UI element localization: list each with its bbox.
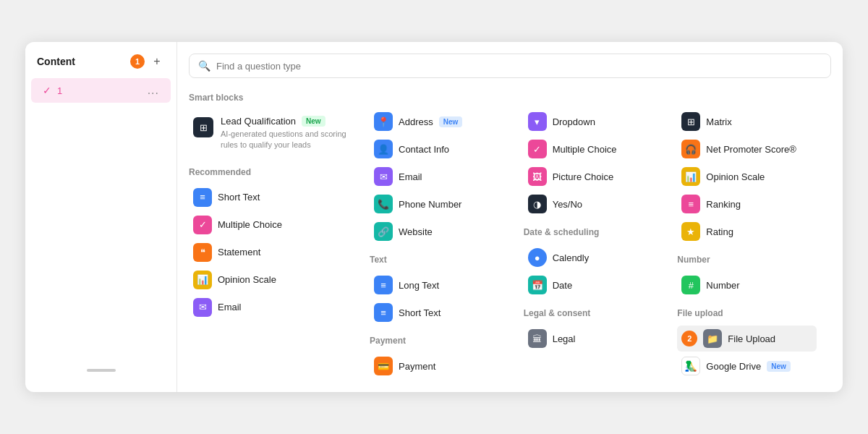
rec-statement[interactable]: ❝ Statement [189,239,355,265]
ranking-item[interactable]: ≡ Ranking [677,191,817,217]
dropdown-icon: ▾ [528,112,547,131]
opinion-scale-item[interactable]: 📊 Opinion Scale [677,163,817,190]
short-text-label: Short Text [399,307,441,318]
item-number: 1 [57,85,62,96]
rating-item[interactable]: ★ Rating [677,218,817,244]
picture-choice-item[interactable]: 🖼 Picture Choice [524,163,663,190]
opinion-scale-icon2: 📊 [681,167,700,186]
phone-label: Phone Number [399,199,461,210]
short-text-icon2: ≡ [374,303,393,322]
contact-info-icon: 👤 [374,140,393,158]
file-upload-section-title: File upload [677,308,817,318]
item-dots[interactable]: ... [148,84,159,97]
number-label: Number [706,280,739,291]
yes-no-item[interactable]: ◑ Yes/No [524,191,663,217]
file-upload-item[interactable]: 2 📁 File Upload [677,326,817,352]
website-item[interactable]: 🔗 Website [370,218,509,244]
statement-icon: ❝ [193,243,212,262]
file-upload-label: File Upload [728,333,775,344]
payment-icon: 💳 [374,357,393,375]
opinion-scale-icon: 📊 [193,271,212,289]
lead-qual-title-row: Lead Qualification New [221,116,351,127]
website-label: Website [399,226,433,237]
rating-icon: ★ [681,222,700,241]
rec-statement-label: Statement [218,247,260,258]
rec-opinion-scale-label: Opinion Scale [218,274,276,285]
long-text-item[interactable]: ≡ Long Text [370,272,509,298]
dropdown-item[interactable]: ▾ Dropdown [524,109,663,135]
long-text-icon: ≡ [374,276,393,294]
rec-multiple-choice-label: Multiple Choice [218,219,282,230]
payment-section: Payment 💳 Payment [370,336,509,379]
website-icon: 🔗 [374,222,393,241]
text-section: Text ≡ Long Text ≡ Short Text [370,255,509,326]
multiple-choice-icon: ✓ [193,216,212,234]
rec-opinion-scale[interactable]: 📊 Opinion Scale [189,267,355,293]
lead-qual-title: Lead Qualification [221,116,296,127]
rec-short-text[interactable]: ≡ Short Text [189,184,355,210]
google-drive-item[interactable]: Google Drive New [677,353,817,379]
address-label: Address [399,116,433,127]
number-icon: # [681,276,700,294]
date-label: Date [553,280,572,291]
contact-info-label: Contact Info [399,144,449,155]
address-icon: 📍 [374,112,393,131]
calendly-item[interactable]: ● Calendly [524,244,663,271]
email-item[interactable]: ✉ Email [370,163,509,190]
legal-item[interactable]: 🏛 Legal [524,326,663,352]
legal-section-title: Legal & consent [524,308,663,318]
calendly-label: Calendly [553,252,590,263]
sidebar-header: Content 1 + [25,54,176,78]
matrix-item[interactable]: ⊞ Matrix [677,109,817,135]
file-upload-icon: 📁 [703,329,722,348]
text-section-title: Text [370,255,509,265]
date-icon: 📅 [528,276,547,294]
calendly-icon: ● [528,248,547,267]
address-item[interactable]: 📍 Address New [370,109,509,135]
add-button[interactable]: + [149,54,165,69]
smart-blocks-title: Smart blocks [189,93,355,103]
google-drive-badge: New [767,361,791,372]
rating-label: Rating [706,226,733,237]
ranking-label: Ranking [706,199,741,210]
sidebar: Content 1 + ✓ 1 ... [25,42,177,392]
email-icon-rec: ✉ [193,298,212,317]
short-text-icon: ≡ [193,188,212,207]
lead-qualification-item[interactable]: ⊞ Lead Qualification New AI-generated qu… [189,110,355,157]
col-2: 📍 Address New 👤 Contact Info ✉ Email 📞 P… [370,93,524,380]
date-item[interactable]: 📅 Date [524,272,663,298]
number-item[interactable]: # Number [677,272,817,298]
payment-item[interactable]: 💳 Payment [370,353,509,379]
email-label: Email [399,171,422,182]
nps-item[interactable]: 🎧 Net Promoter Score® [677,136,817,162]
lead-qual-icon: ⊞ [193,117,213,137]
main-panel: 🔍 Smart blocks ⊞ Lead Qualification New … [177,42,843,392]
scroll-indicator [25,360,176,380]
lead-qual-text: Lead Qualification New AI-generated ques… [221,116,351,151]
address-badge: New [439,116,463,127]
picture-choice-label: Picture Choice [553,171,614,182]
yes-no-label: Yes/No [553,199,582,210]
short-text-item[interactable]: ≡ Short Text [370,299,509,326]
date-section: Date & scheduling ● Calendly 📅 Date [524,227,663,298]
lead-qual-desc: AI-generated questions and scoring rules… [221,129,351,151]
sidebar-item-1[interactable]: ✓ 1 ... [31,78,171,103]
google-drive-icon [681,357,700,375]
content-badge: 1 [130,54,145,69]
multiple-choice-item[interactable]: ✓ Multiple Choice [524,136,663,162]
rec-multiple-choice[interactable]: ✓ Multiple Choice [189,212,355,238]
picture-choice-icon: 🖼 [528,167,547,186]
file-upload-section: File upload 2 📁 File Upload [677,308,817,379]
multiple-choice-label: Multiple Choice [553,144,617,155]
number-section: Number # Number [677,255,817,298]
payment-section-title: Payment [370,336,509,346]
contact-info-item[interactable]: 👤 Contact Info [370,136,509,162]
phone-item[interactable]: 📞 Phone Number [370,191,509,217]
rec-short-text-label: Short Text [218,192,260,203]
recommended-title: Recommended [189,167,355,177]
legal-label: Legal [553,333,576,344]
col-recommended: Smart blocks ⊞ Lead Qualification New AI… [189,93,370,380]
ranking-icon: ≡ [681,195,700,213]
search-input[interactable] [216,61,822,72]
rec-email[interactable]: ✉ Email [189,294,355,320]
